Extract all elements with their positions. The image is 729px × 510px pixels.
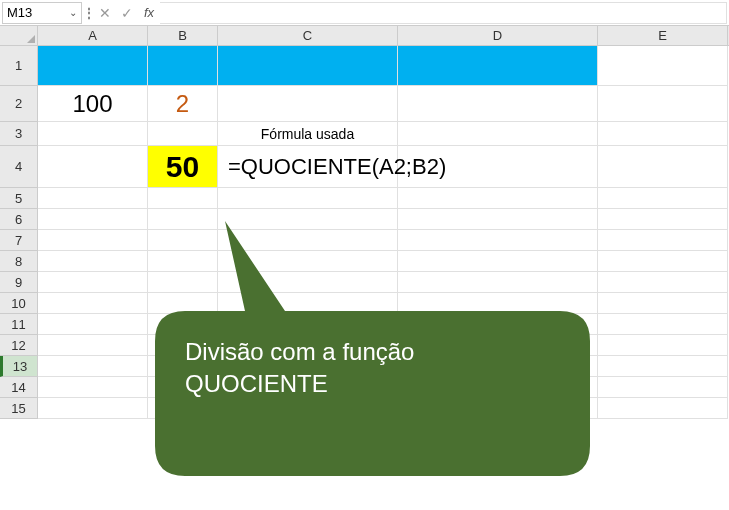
cell-d6[interactable]: [398, 209, 598, 230]
cell-c13[interactable]: [218, 356, 398, 377]
cell-d1[interactable]: [398, 46, 598, 86]
cell-d15[interactable]: [398, 398, 598, 419]
cell-a10[interactable]: [38, 293, 148, 314]
cell-e4[interactable]: [598, 146, 728, 188]
cell-c5[interactable]: [218, 188, 398, 209]
row-header-6[interactable]: 6: [0, 209, 38, 230]
cell-d14[interactable]: [398, 377, 598, 398]
cell-c11[interactable]: [218, 314, 398, 335]
row-header-2[interactable]: 2: [0, 86, 38, 122]
cell-a5[interactable]: [38, 188, 148, 209]
cell-b7[interactable]: [148, 230, 218, 251]
cell-c10[interactable]: [218, 293, 398, 314]
row-header-11[interactable]: 11: [0, 314, 38, 335]
cell-a1[interactable]: [38, 46, 148, 86]
cell-e1[interactable]: [598, 46, 728, 86]
cell-e15[interactable]: [598, 398, 728, 419]
cell-d10[interactable]: [398, 293, 598, 314]
cell-e9[interactable]: [598, 272, 728, 293]
cell-c6[interactable]: [218, 209, 398, 230]
cell-b11[interactable]: [148, 314, 218, 335]
cell-c2[interactable]: [218, 86, 398, 122]
cell-b15[interactable]: [148, 398, 218, 419]
cell-b9[interactable]: [148, 272, 218, 293]
cell-a13[interactable]: [38, 356, 148, 377]
cell-e7[interactable]: [598, 230, 728, 251]
formula-input[interactable]: [160, 2, 727, 24]
col-header-b[interactable]: B: [148, 26, 218, 45]
col-header-e[interactable]: E: [598, 26, 728, 45]
cell-b3[interactable]: [148, 122, 218, 146]
row-header-9[interactable]: 9: [0, 272, 38, 293]
cell-b1[interactable]: [148, 46, 218, 86]
cell-b14[interactable]: [148, 377, 218, 398]
cell-b6[interactable]: [148, 209, 218, 230]
select-all-corner[interactable]: [0, 26, 38, 45]
cell-b10[interactable]: [148, 293, 218, 314]
row-header-14[interactable]: 14: [0, 377, 38, 398]
cell-c3[interactable]: Fórmula usada: [218, 122, 398, 146]
cell-c9[interactable]: [218, 272, 398, 293]
cell-a15[interactable]: [38, 398, 148, 419]
row-header-7[interactable]: 7: [0, 230, 38, 251]
cell-b2[interactable]: 2: [148, 86, 218, 122]
cell-c14[interactable]: [218, 377, 398, 398]
cell-e10[interactable]: [598, 293, 728, 314]
cell-e11[interactable]: [598, 314, 728, 335]
cell-a14[interactable]: [38, 377, 148, 398]
cell-c12[interactable]: [218, 335, 398, 356]
cell-a12[interactable]: [38, 335, 148, 356]
row-header-15[interactable]: 15: [0, 398, 38, 419]
cell-b8[interactable]: [148, 251, 218, 272]
cell-d3[interactable]: [398, 122, 598, 146]
cell-d11[interactable]: [398, 314, 598, 335]
row-header-3[interactable]: 3: [0, 122, 38, 146]
row-header-12[interactable]: 12: [0, 335, 38, 356]
cell-e8[interactable]: [598, 251, 728, 272]
cell-b13[interactable]: [148, 356, 218, 377]
cell-a4[interactable]: [38, 146, 148, 188]
row-header-4[interactable]: 4: [0, 146, 38, 188]
row-header-8[interactable]: 8: [0, 251, 38, 272]
col-header-d[interactable]: D: [398, 26, 598, 45]
col-header-a[interactable]: A: [38, 26, 148, 45]
cell-a11[interactable]: [38, 314, 148, 335]
cell-b12[interactable]: [148, 335, 218, 356]
cell-e6[interactable]: [598, 209, 728, 230]
cell-b5[interactable]: [148, 188, 218, 209]
row-header-13[interactable]: 13: [0, 356, 38, 377]
cell-e2[interactable]: [598, 86, 728, 122]
cell-e3[interactable]: [598, 122, 728, 146]
fx-icon[interactable]: fx: [138, 2, 160, 24]
cancel-icon[interactable]: ✕: [94, 2, 116, 24]
cell-c4[interactable]: =QUOCIENTE(A2;B2): [218, 146, 398, 188]
row-header-1[interactable]: 1: [0, 46, 38, 86]
cell-d12[interactable]: [398, 335, 598, 356]
cell-c8[interactable]: [218, 251, 398, 272]
cell-d9[interactable]: [398, 272, 598, 293]
cell-e5[interactable]: [598, 188, 728, 209]
cell-d5[interactable]: [398, 188, 598, 209]
row-header-5[interactable]: 5: [0, 188, 38, 209]
cell-c1[interactable]: [218, 46, 398, 86]
cell-e14[interactable]: [598, 377, 728, 398]
col-header-c[interactable]: C: [218, 26, 398, 45]
name-box[interactable]: M13 ⌄: [2, 2, 82, 24]
cell-d2[interactable]: [398, 86, 598, 122]
cell-d7[interactable]: [398, 230, 598, 251]
cell-a7[interactable]: [38, 230, 148, 251]
cell-b4[interactable]: 50: [148, 146, 218, 188]
row-header-10[interactable]: 10: [0, 293, 38, 314]
cell-e13[interactable]: [598, 356, 728, 377]
cell-a3[interactable]: [38, 122, 148, 146]
cell-a9[interactable]: [38, 272, 148, 293]
cell-e12[interactable]: [598, 335, 728, 356]
cell-d13[interactable]: [398, 356, 598, 377]
cell-a6[interactable]: [38, 209, 148, 230]
cell-a8[interactable]: [38, 251, 148, 272]
cell-c15[interactable]: [218, 398, 398, 419]
chevron-down-icon[interactable]: ⌄: [69, 7, 77, 18]
cell-d8[interactable]: [398, 251, 598, 272]
enter-icon[interactable]: ✓: [116, 2, 138, 24]
cell-a2[interactable]: 100: [38, 86, 148, 122]
